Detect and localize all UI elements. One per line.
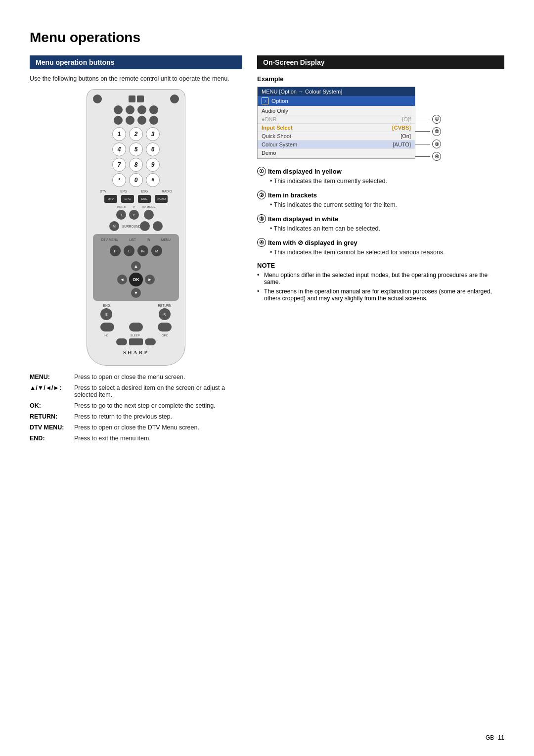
radio-btn[interactable]: RADIO <box>155 195 168 203</box>
av-mode-btn[interactable] <box>144 210 154 220</box>
extra-oval-3[interactable] <box>158 323 172 331</box>
callout-badge-3: ③ <box>432 140 441 148</box>
note-item-2: The screens in the operation manual are … <box>257 288 504 302</box>
info-bullet-1-1: This indicates the item currently select… <box>270 178 504 185</box>
return-btn[interactable]: R <box>159 308 171 320</box>
mute-btn[interactable]: M <box>109 221 119 231</box>
info-body-1: This indicates the item currently select… <box>257 178 504 185</box>
num-btn-8[interactable]: 8 <box>129 158 143 172</box>
info-body-3: This indicates an item can be selected. <box>257 225 504 232</box>
top-btn-2 <box>126 105 134 114</box>
ok-btn[interactable]: OK <box>129 273 143 286</box>
info-bullet-2-1: This indicates the current setting for t… <box>270 201 504 208</box>
dtv-label: DTV <box>100 189 106 193</box>
legend-ok-desc: Press to go to the next step or complete… <box>74 402 216 409</box>
num-btn-1[interactable]: 1 <box>112 127 126 141</box>
extra-btn[interactable] <box>153 221 163 231</box>
legend-ok-label: OK: <box>30 402 74 409</box>
callout-1-row: ① <box>415 115 441 124</box>
right-btn[interactable]: ► <box>145 275 155 284</box>
inp-btn[interactable] <box>116 338 127 345</box>
remote-control: 1 2 3 4 5 6 7 8 9 * 0 # <box>87 89 185 366</box>
dtv-btn[interactable]: DTV <box>104 195 117 203</box>
osd-row-input-label: Input Select <box>262 125 292 131</box>
esg-btn[interactable]: ESG <box>138 195 151 203</box>
info-num-2: ② <box>257 190 266 199</box>
left-btn[interactable]: ◄ <box>117 275 127 284</box>
num-btn-7[interactable]: 7 <box>112 158 126 172</box>
in-btn[interactable]: IN <box>137 245 148 256</box>
info-body-4: This indicates the item cannot be select… <box>257 249 504 256</box>
top-btn-5 <box>114 116 123 125</box>
num-btn-9[interactable]: 9 <box>146 158 160 172</box>
left-column: Menu operation buttons Use the following… <box>30 55 242 446</box>
right-column: On-Screen Display Example MENU [Option →… <box>257 55 504 304</box>
num-btn-hash[interactable]: # <box>146 173 160 187</box>
num-btn-5[interactable]: 5 <box>129 142 143 156</box>
end-btn[interactable]: E <box>100 308 112 320</box>
osd-row-quick-value: [On] <box>400 133 411 139</box>
radio-label: RADIO <box>162 189 172 193</box>
legend-menu: MENU: Press to open or close the menu sc… <box>30 374 242 380</box>
end-label: END <box>103 304 110 307</box>
vol-btn[interactable]: P <box>129 210 139 220</box>
info-bullet-3-1: This indicates an item can be selected. <box>270 225 504 232</box>
osd-row-input: Input Select [CVBS] <box>258 124 415 132</box>
vol-label: P <box>133 205 135 208</box>
num-btn-4[interactable]: 4 <box>112 142 126 156</box>
info-item-1: ① Item displayed in yellow This indicate… <box>257 167 504 185</box>
example-label: Example <box>257 75 504 83</box>
extra-oval-1[interactable] <box>100 323 114 331</box>
info-title-4: Item with ⊘ displayed in grey <box>268 239 357 246</box>
inp-label: InD <box>104 334 108 337</box>
num-btn-3[interactable]: 3 <box>146 127 160 141</box>
misc-btn-2 <box>137 95 144 102</box>
legend-arrows-desc: Press to select a desired item on the sc… <box>74 384 242 398</box>
opc-btn[interactable] <box>145 338 156 345</box>
info-title-2: Item in brackets <box>268 191 317 199</box>
sleep-btn[interactable] <box>129 338 143 345</box>
callout-badge-1: ① <box>432 115 441 124</box>
menu-label: MENU <box>161 238 171 241</box>
legend-arrows-label: ▲/▼/◄/►: <box>30 384 74 391</box>
osd-mockup: MENU [Option → Colour System] ♪ Option A… <box>257 87 415 159</box>
osd-row-audio: Audio Only <box>258 107 415 115</box>
info-header-4: ④ Item with ⊘ displayed in grey <box>257 238 504 247</box>
power-btn <box>93 94 102 103</box>
epg-btn[interactable]: EPG <box>121 195 134 203</box>
osd-row-quick-label: Quick Shoot <box>262 133 291 139</box>
osd-row-audio-label: Audio Only <box>262 108 288 114</box>
up-btn[interactable]: ▲ <box>131 261 141 271</box>
top-btn-1 <box>114 105 123 114</box>
ch-label: I/II/I+II <box>117 205 126 208</box>
note-item-1: Menu options differ in the selected inpu… <box>257 272 504 285</box>
surround-label: SURROUND <box>122 225 137 228</box>
ch-btn[interactable]: + <box>116 210 126 220</box>
info-body-2: This indicates the current setting for t… <box>257 201 504 208</box>
info-num-3: ③ <box>257 214 266 223</box>
menu-btn[interactable]: M <box>151 245 162 256</box>
num-btn-star[interactable]: * <box>112 173 126 187</box>
osd-title-bar: MENU [Option → Colour System] <box>258 87 415 96</box>
page-title: Menu operations <box>30 30 504 46</box>
info-header-3: ③ Item displayed in white <box>257 214 504 223</box>
opc-label: OPC <box>162 334 168 337</box>
osd-option-row: ♪ Option <box>258 96 415 106</box>
num-btn-0[interactable]: 0 <box>129 173 143 187</box>
num-btn-2[interactable]: 2 <box>129 127 143 141</box>
legend-menu-label: MENU: <box>30 374 74 380</box>
surround-btn[interactable] <box>140 221 150 231</box>
callout-3-row: ③ <box>415 140 441 148</box>
extra-oval-2[interactable] <box>129 323 143 331</box>
dtv-menu-btn[interactable]: D <box>110 245 121 256</box>
down-btn[interactable]: ▼ <box>131 288 141 298</box>
callout-line-3 <box>415 144 430 144</box>
page-number: GB -11 <box>486 734 504 741</box>
osd-row-demo: Demo <box>258 149 415 157</box>
top-btn-4 <box>149 105 158 114</box>
num-btn-6[interactable]: 6 <box>146 142 160 156</box>
in-label: IN <box>147 238 150 241</box>
list-btn[interactable]: L <box>124 245 134 256</box>
callout-numbers: ① ② ③ ④ <box>415 87 441 167</box>
osd-row-colour: Colour System [AUTO] <box>258 141 415 149</box>
